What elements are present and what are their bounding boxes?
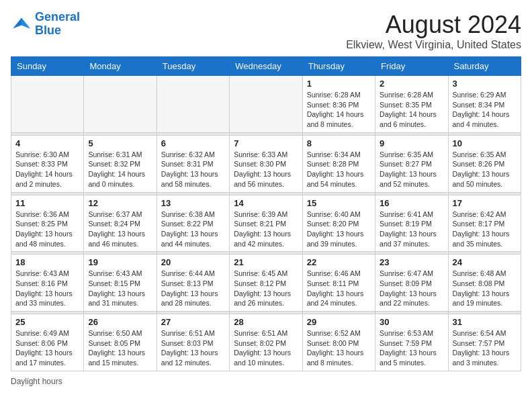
day-info: Sunrise: 6:46 AM Sunset: 8:11 PM Dayligh… [307,269,371,308]
header-friday: Friday [375,57,448,76]
day-number: 9 [380,138,443,148]
header-sunday: Sunday [11,57,84,76]
calendar-cell: 18Sunrise: 6:43 AM Sunset: 8:16 PM Dayli… [11,255,84,312]
calendar-cell [157,76,229,133]
day-number: 20 [161,257,225,267]
day-number: 2 [380,79,443,89]
footer: Daylight hours [11,377,521,386]
subtitle: Elkview, West Virginia, United States [346,39,521,51]
day-info: Sunrise: 6:28 AM Sunset: 8:36 PM Dayligh… [307,90,371,130]
logo-line1: General [35,10,80,24]
day-info: Sunrise: 6:50 AM Sunset: 8:05 PM Dayligh… [88,328,152,368]
day-number: 15 [307,198,371,208]
calendar-cell: 19Sunrise: 6:43 AM Sunset: 8:15 PM Dayli… [84,255,157,312]
calendar-cell: 13Sunrise: 6:38 AM Sunset: 8:22 PM Dayli… [157,195,229,252]
day-info: Sunrise: 6:53 AM Sunset: 7:59 PM Dayligh… [380,328,443,368]
day-info: Sunrise: 6:36 AM Sunset: 8:25 PM Dayligh… [15,210,79,249]
day-info: Sunrise: 6:40 AM Sunset: 8:20 PM Dayligh… [307,210,371,249]
day-number: 14 [234,198,298,208]
calendar-cell: 9Sunrise: 6:35 AM Sunset: 8:27 PM Daylig… [375,135,448,192]
main-title: August 2024 [346,11,521,39]
calendar-cell: 29Sunrise: 6:52 AM Sunset: 8:00 PM Dayli… [302,314,375,371]
day-info: Sunrise: 6:31 AM Sunset: 8:32 PM Dayligh… [88,150,152,189]
day-info: Sunrise: 6:51 AM Sunset: 8:03 PM Dayligh… [161,328,225,368]
day-number: 18 [15,257,79,267]
day-info: Sunrise: 6:29 AM Sunset: 8:34 PM Dayligh… [453,90,517,130]
header-monday: Monday [84,57,157,76]
day-number: 22 [307,257,371,267]
day-info: Sunrise: 6:43 AM Sunset: 8:15 PM Dayligh… [88,269,152,308]
day-info: Sunrise: 6:43 AM Sunset: 8:16 PM Dayligh… [15,269,79,308]
day-number: 10 [453,138,517,148]
day-info: Sunrise: 6:48 AM Sunset: 8:08 PM Dayligh… [453,269,517,308]
calendar-cell: 30Sunrise: 6:53 AM Sunset: 7:59 PM Dayli… [375,314,448,371]
day-info: Sunrise: 6:35 AM Sunset: 8:26 PM Dayligh… [453,150,517,189]
calendar-header-row: SundayMondayTuesdayWednesdayThursdayFrid… [11,57,521,76]
title-area: August 2024 Elkview, West Virginia, Unit… [346,11,521,51]
calendar-cell: 3Sunrise: 6:29 AM Sunset: 8:34 PM Daylig… [448,76,521,133]
day-number: 19 [88,257,152,267]
calendar-cell [230,76,302,133]
calendar-cell: 5Sunrise: 6:31 AM Sunset: 8:32 PM Daylig… [84,135,157,192]
day-number: 13 [161,198,225,208]
day-number: 30 [380,317,443,327]
day-info: Sunrise: 6:33 AM Sunset: 8:30 PM Dayligh… [234,150,298,189]
day-number: 4 [15,138,79,148]
calendar-cell: 4Sunrise: 6:30 AM Sunset: 8:33 PM Daylig… [11,135,84,192]
day-info: Sunrise: 6:37 AM Sunset: 8:24 PM Dayligh… [88,210,152,249]
day-number: 12 [88,198,152,208]
day-number: 28 [234,317,298,327]
day-number: 17 [453,198,517,208]
day-info: Sunrise: 6:38 AM Sunset: 8:22 PM Dayligh… [161,210,225,249]
day-info: Sunrise: 6:41 AM Sunset: 8:19 PM Dayligh… [380,210,443,249]
calendar-cell: 20Sunrise: 6:44 AM Sunset: 8:13 PM Dayli… [157,255,229,312]
day-info: Sunrise: 6:35 AM Sunset: 8:27 PM Dayligh… [380,150,443,189]
header-saturday: Saturday [448,57,521,76]
header: General Blue August 2024 Elkview, West V… [11,11,521,51]
day-info: Sunrise: 6:34 AM Sunset: 8:28 PM Dayligh… [307,150,371,189]
day-number: 7 [234,138,298,148]
calendar-cell: 22Sunrise: 6:46 AM Sunset: 8:11 PM Dayli… [302,255,375,312]
calendar-cell: 16Sunrise: 6:41 AM Sunset: 8:19 PM Dayli… [375,195,448,252]
week-row-4: 25Sunrise: 6:49 AM Sunset: 8:06 PM Dayli… [11,314,521,371]
day-info: Sunrise: 6:32 AM Sunset: 8:31 PM Dayligh… [161,150,225,189]
calendar-cell: 27Sunrise: 6:51 AM Sunset: 8:03 PM Dayli… [157,314,229,371]
day-number: 1 [307,79,371,89]
day-info: Sunrise: 6:28 AM Sunset: 8:35 PM Dayligh… [380,90,443,130]
day-number: 31 [453,317,517,327]
day-number: 23 [380,257,443,267]
day-info: Sunrise: 6:44 AM Sunset: 8:13 PM Dayligh… [161,269,225,308]
calendar-cell: 17Sunrise: 6:42 AM Sunset: 8:17 PM Dayli… [448,195,521,252]
day-number: 16 [380,198,443,208]
header-tuesday: Tuesday [157,57,229,76]
day-number: 29 [307,317,371,327]
calendar-cell: 1Sunrise: 6:28 AM Sunset: 8:36 PM Daylig… [302,76,375,133]
header-thursday: Thursday [302,57,375,76]
day-info: Sunrise: 6:54 AM Sunset: 7:57 PM Dayligh… [453,328,517,368]
day-number: 11 [15,198,79,208]
logo: General Blue [11,11,80,38]
calendar-cell: 24Sunrise: 6:48 AM Sunset: 8:08 PM Dayli… [448,255,521,312]
week-row-1: 4Sunrise: 6:30 AM Sunset: 8:33 PM Daylig… [11,135,521,192]
day-number: 24 [453,257,517,267]
day-info: Sunrise: 6:52 AM Sunset: 8:00 PM Dayligh… [307,328,371,368]
week-row-3: 18Sunrise: 6:43 AM Sunset: 8:16 PM Dayli… [11,255,521,312]
calendar-cell: 31Sunrise: 6:54 AM Sunset: 7:57 PM Dayli… [448,314,521,371]
logo-text: General Blue [35,11,80,38]
day-number: 8 [307,138,371,148]
day-number: 3 [453,79,517,89]
calendar: SundayMondayTuesdayWednesdayThursdayFrid… [11,56,521,371]
day-number: 27 [161,317,225,327]
calendar-cell: 28Sunrise: 6:51 AM Sunset: 8:02 PM Dayli… [230,314,302,371]
day-info: Sunrise: 6:49 AM Sunset: 8:06 PM Dayligh… [15,328,79,368]
calendar-cell: 8Sunrise: 6:34 AM Sunset: 8:28 PM Daylig… [302,135,375,192]
day-number: 26 [88,317,152,327]
calendar-cell: 6Sunrise: 6:32 AM Sunset: 8:31 PM Daylig… [157,135,229,192]
day-info: Sunrise: 6:30 AM Sunset: 8:33 PM Dayligh… [15,150,79,189]
calendar-cell: 7Sunrise: 6:33 AM Sunset: 8:30 PM Daylig… [230,135,302,192]
header-wednesday: Wednesday [230,57,302,76]
calendar-cell: 10Sunrise: 6:35 AM Sunset: 8:26 PM Dayli… [448,135,521,192]
week-row-2: 11Sunrise: 6:36 AM Sunset: 8:25 PM Dayli… [11,195,521,252]
calendar-cell [11,76,84,133]
svg-marker-1 [21,17,30,28]
